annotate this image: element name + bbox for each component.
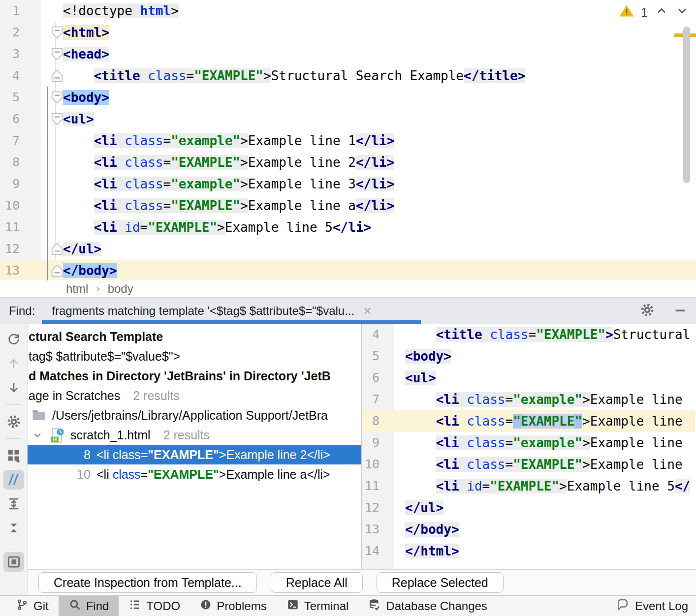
code-line-2[interactable]: 2<html>	[0, 22, 696, 43]
expand-all-icon[interactable]	[3, 494, 24, 514]
code-line-12[interactable]: 12</ul>	[0, 238, 696, 260]
code-line-7[interactable]: 7 <li class="example">Example line 1</li…	[0, 130, 696, 152]
preview-line-13[interactable]: 13</body>	[362, 519, 695, 540]
tree-row[interactable]: /Users/jetbrains/Library/Application Sup…	[28, 405, 361, 425]
arrow-down-icon[interactable]	[3, 378, 24, 398]
preview-line-8[interactable]: 8 <li class="EXAMPLE">Example line	[362, 410, 695, 432]
code-line-1[interactable]: 1<!doctype html>	[0, 0, 696, 22]
statusbar-item-git[interactable]: Git	[6, 596, 59, 616]
preview-line-6[interactable]: 6<ul>	[362, 367, 695, 389]
breadcrumb-item-body[interactable]: body	[108, 282, 133, 296]
replace-selected-button[interactable]: Replace Selected	[377, 572, 504, 593]
fold-marker-icon[interactable]	[51, 69, 63, 82]
code-segment: =	[186, 68, 194, 83]
close-icon[interactable]: ×	[363, 306, 371, 316]
statusbar-item-problems[interactable]: Problems	[190, 596, 276, 616]
code-line-9[interactable]: 9 <li class="example">Example line 3</li…	[0, 173, 696, 195]
fold-marker-icon[interactable]	[51, 26, 63, 39]
statusbar-item-terminal[interactable]: Terminal	[277, 596, 359, 616]
collapse-all-icon[interactable]	[3, 518, 24, 538]
preview-line-10[interactable]: 10 <li class="EXAMPLE">Example line	[362, 454, 695, 475]
tree-row[interactable]: ctural Search Template	[28, 327, 361, 346]
line-number: 6	[0, 108, 20, 130]
search-results-tree[interactable]: ctural Search Templatetag$ $attribute$="…	[28, 324, 361, 569]
code-line-10[interactable]: 10 <li class="EXAMPLE">Example line a</l…	[0, 195, 696, 216]
code-segment: "EXAMPLE"	[148, 220, 217, 235]
preview-line-9[interactable]: 9 <li class="example">Example line	[362, 432, 695, 454]
code-segment: <li	[94, 155, 125, 170]
code-segment: </li>	[356, 198, 394, 213]
fold-column	[20, 65, 63, 87]
result-row[interactable]: 8<li class="EXAMPLE">Example line 2</li>	[28, 445, 361, 464]
code-segment	[63, 155, 94, 170]
line-number: 11	[362, 475, 380, 497]
editor-scrollbar[interactable]	[683, 27, 690, 183]
preview-line-7[interactable]: 7 <li class="example">Example line	[362, 389, 695, 410]
preview-line-12[interactable]: 12</ul>	[362, 497, 695, 519]
arrow-up-icon[interactable]	[3, 354, 24, 373]
create-inspection-button[interactable]: Create Inspection from Template...	[38, 572, 257, 593]
code-line-11[interactable]: 11 <li id="EXAMPLE">Example line 5</li>	[0, 216, 696, 238]
code-segment: "example"	[171, 133, 240, 148]
code-line-3[interactable]: 3<head>	[0, 43, 696, 65]
hide-panel-icon[interactable]	[673, 303, 687, 319]
toolbar-separator	[6, 545, 21, 545]
tree-row[interactable]: age in Scratches2 results	[28, 386, 361, 405]
replace-all-button[interactable]: Replace All	[271, 572, 363, 593]
code-segment: "EXAMPLE"	[194, 68, 263, 83]
code-line-5[interactable]: 5<body>	[0, 87, 696, 108]
find-results-tab[interactable]: fragments matching template '<$tag$ $att…	[52, 304, 371, 318]
code-segment: >	[171, 3, 179, 18]
gear-icon[interactable]	[640, 303, 655, 319]
group-by-icon[interactable]	[3, 446, 24, 465]
code-line-8[interactable]: 8 <li class="EXAMPLE">Example line 2</li…	[0, 152, 696, 173]
code-segment: </	[675, 479, 690, 493]
breadcrumb-item-html[interactable]: html	[66, 282, 88, 296]
code-line-6[interactable]: 6<ul>	[0, 108, 696, 130]
preview-toggle-icon[interactable]	[3, 552, 24, 572]
preview-line-11[interactable]: 11 <li id="EXAMPLE">Example line 5</	[362, 475, 695, 497]
fold-marker-icon[interactable]	[51, 48, 63, 61]
inspections-widget[interactable]: 1	[619, 4, 689, 21]
fold-marker-icon[interactable]	[51, 264, 63, 277]
code-text: <!doctype html>	[63, 0, 179, 22]
main-editor[interactable]: 1<!doctype html>2<html>3<head>4 <title c…	[0, 0, 696, 280]
tree-row-label: age in Scratches	[29, 389, 120, 403]
todo-list-icon	[128, 598, 141, 614]
code-segment: =	[141, 448, 148, 462]
breadcrumb-separator: ›	[96, 282, 99, 295]
preview-editor[interactable]: 4 <title class="EXAMPLE">Structural5<bod…	[361, 324, 695, 569]
code-line-4[interactable]: 4 <title class="EXAMPLE">Structural Sear…	[0, 65, 696, 87]
code-segment: <li	[436, 392, 467, 407]
next-warning-icon[interactable]	[675, 4, 689, 21]
code-text: <li id="EXAMPLE">Example line 5</li>	[63, 216, 371, 238]
code-segment: >	[582, 414, 590, 429]
code-segment: </title>	[464, 68, 525, 83]
tree-row[interactable]: d Matches in Directory 'JetBrains' in Di…	[28, 366, 361, 386]
fold-marker-icon[interactable]	[51, 91, 63, 104]
code-segment: >Example line 2	[219, 448, 307, 462]
code-segment: <title	[94, 68, 148, 83]
chevron-down-icon[interactable]	[32, 429, 43, 441]
statusbar-item-database-changes[interactable]: Database Changes	[358, 596, 497, 616]
fold-marker-icon[interactable]	[51, 243, 63, 255]
gear-icon[interactable]	[3, 412, 24, 431]
prev-warning-icon[interactable]	[655, 4, 668, 21]
tree-row[interactable]: tag$ $attribute$="$value$">	[28, 346, 361, 366]
double-slash-icon[interactable]: //	[3, 470, 24, 490]
code-segment: Structural	[613, 327, 691, 342]
statusbar-item-find[interactable]: Find	[59, 596, 119, 616]
fold-marker-icon[interactable]	[51, 113, 63, 125]
statusbar-item-event-log[interactable]: Event Log	[605, 596, 696, 616]
tree-row[interactable]: Hscratch_1.html2 results	[28, 425, 361, 445]
sync-icon[interactable]	[3, 330, 24, 349]
code-segment: <li	[436, 414, 467, 429]
preview-line-4[interactable]: 4 <title class="EXAMPLE">Structural	[362, 324, 695, 345]
fold-column	[20, 195, 63, 216]
code-segment: =	[141, 467, 148, 481]
code-line-13[interactable]: 13</body>	[0, 260, 696, 280]
preview-line-14[interactable]: 14</html>	[362, 540, 695, 562]
statusbar-item-todo[interactable]: TODO	[119, 596, 190, 616]
preview-line-5[interactable]: 5<body>	[362, 345, 695, 367]
result-row[interactable]: 10<li class="EXAMPLE">Example line a</li…	[28, 464, 361, 484]
